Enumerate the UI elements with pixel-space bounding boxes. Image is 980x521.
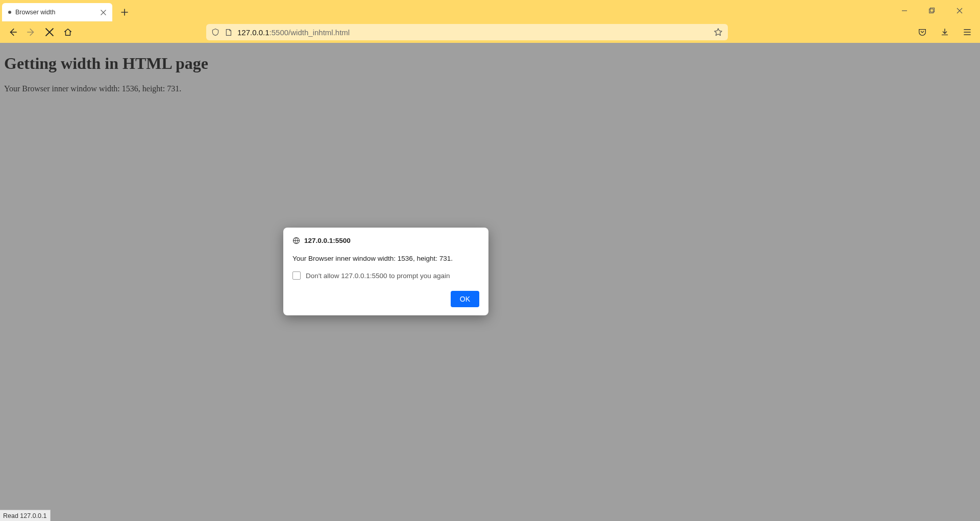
dialog-message: Your Browser inner window width: 1536, h… — [292, 255, 479, 262]
shield-icon[interactable] — [211, 28, 219, 36]
back-button[interactable] — [5, 24, 20, 40]
status-text: Read 127.0.0.1 — [3, 512, 47, 519]
stop-button[interactable] — [42, 24, 57, 40]
loading-dot-icon — [8, 11, 11, 14]
tab-browser-width[interactable]: Browser width — [2, 3, 112, 21]
toolbar: 127.0.0.1:5500/width_inhtml.html — [0, 21, 980, 43]
window-controls — [895, 0, 978, 21]
close-tab-icon[interactable] — [99, 8, 107, 16]
page-info-icon[interactable] — [225, 29, 232, 36]
url-path: /width_inhtml.html — [288, 28, 350, 37]
url-text: 127.0.0.1:5500/width_inhtml.html — [237, 28, 350, 37]
url-host: 127.0.0.1 — [237, 28, 270, 37]
svg-rect-1 — [929, 9, 934, 13]
application-menu-button[interactable] — [960, 24, 975, 40]
bookmark-star-icon[interactable] — [714, 28, 723, 37]
window-close-button[interactable] — [950, 4, 969, 18]
dialog-suppress-label: Don't allow 127.0.0.1:5500 to prompt you… — [306, 272, 450, 280]
dialog-ok-button[interactable]: OK — [451, 291, 479, 307]
dialog-suppress-checkbox[interactable]: Don't allow 127.0.0.1:5500 to prompt you… — [292, 271, 479, 280]
globe-icon — [292, 237, 300, 244]
home-button[interactable] — [60, 24, 76, 40]
url-port: :5500 — [270, 28, 289, 37]
status-bar: Read 127.0.0.1 — [0, 510, 51, 521]
page-viewport: Getting width in HTML page Your Browser … — [0, 43, 980, 521]
downloads-button[interactable] — [937, 24, 952, 40]
js-alert-dialog: 127.0.0.1:5500 Your Browser inner window… — [283, 228, 488, 315]
dialog-header: 127.0.0.1:5500 — [292, 237, 479, 244]
tab-title: Browser width — [15, 9, 95, 16]
window-minimize-button[interactable] — [895, 4, 914, 18]
address-bar[interactable]: 127.0.0.1:5500/width_inhtml.html — [206, 24, 728, 40]
pocket-button[interactable] — [915, 24, 930, 40]
dialog-origin: 127.0.0.1:5500 — [304, 237, 351, 244]
window-maximize-button[interactable] — [923, 4, 941, 18]
svg-rect-0 — [930, 8, 935, 12]
modal-overlay — [0, 43, 980, 521]
forward-button[interactable] — [23, 24, 39, 40]
tab-strip: Browser width — [0, 0, 980, 21]
checkbox-box-icon — [292, 271, 301, 280]
new-tab-button[interactable] — [117, 5, 132, 19]
